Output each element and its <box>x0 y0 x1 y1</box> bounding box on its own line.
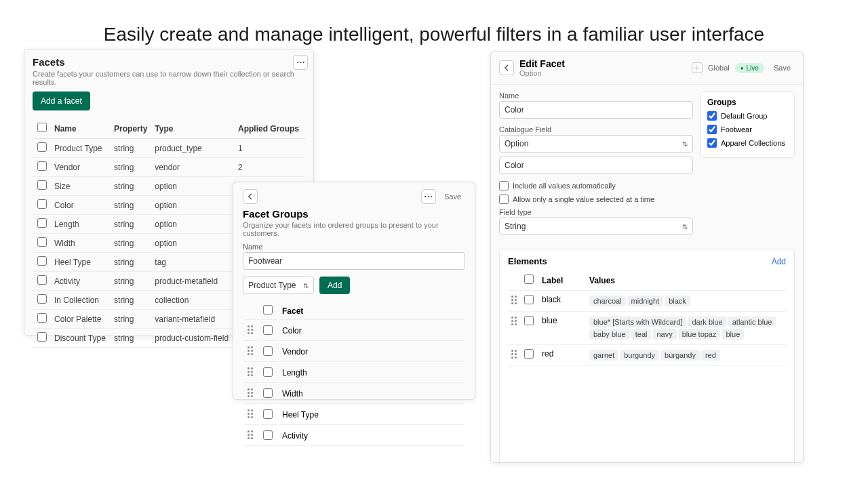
value-tag: burgundy <box>620 350 659 361</box>
back-button[interactable] <box>243 189 258 204</box>
more-button[interactable]: ⋯ <box>421 189 436 204</box>
drag-handle-icon[interactable] <box>511 316 519 326</box>
list-item[interactable]: Activity <box>244 426 464 446</box>
row-checkbox[interactable] <box>524 349 534 359</box>
select-all-checkbox[interactable] <box>263 305 273 314</box>
facet-name-input[interactable] <box>499 101 693 119</box>
name-label: Name <box>243 243 465 251</box>
groups-title: Facet Groups <box>243 208 465 220</box>
list-item[interactable]: Length <box>244 363 464 383</box>
row-checkbox[interactable] <box>37 180 47 190</box>
row-checkbox[interactable] <box>37 275 47 285</box>
row-checkbox[interactable] <box>263 346 273 356</box>
cell-groups: 1 <box>235 139 305 158</box>
groups-subtitle: Organize your facets into ordered groups… <box>243 221 465 237</box>
group-check-item[interactable]: Footwear <box>707 125 787 134</box>
cell-facet: Heel Type <box>279 405 464 425</box>
row-checkbox[interactable] <box>263 409 273 419</box>
row-checkbox[interactable] <box>263 325 273 335</box>
list-item[interactable]: Color <box>244 321 464 341</box>
save-button[interactable]: Save <box>440 190 465 203</box>
element-row[interactable]: blue blue* [Starts with Wildcard]dark bl… <box>508 312 786 345</box>
cell-groups: 2 <box>235 158 305 177</box>
add-facet-select[interactable]: Product Type <box>243 277 314 294</box>
group-checkbox[interactable] <box>707 111 717 121</box>
facets-subtitle: Create facets your customers can use to … <box>33 70 305 86</box>
catalogue-field-select[interactable]: Option <box>499 135 693 152</box>
drag-handle-icon[interactable] <box>247 430 255 440</box>
back-button[interactable] <box>499 60 514 75</box>
element-row[interactable]: red garnetburgundyburgandyred <box>508 345 786 366</box>
col-name: Name <box>52 119 111 139</box>
value-tag: navy <box>652 329 676 340</box>
list-item[interactable]: Vendor <box>244 342 464 362</box>
drag-handle-icon[interactable] <box>511 349 519 359</box>
drag-handle-icon[interactable] <box>247 325 255 335</box>
select-all-checkbox[interactable] <box>524 274 534 284</box>
group-check-item[interactable]: Default Group <box>707 111 787 121</box>
group-label: Apparel Collections <box>721 139 785 147</box>
layout-icon[interactable] <box>692 62 703 73</box>
cell-property: string <box>111 196 152 215</box>
arrow-left-icon <box>502 64 511 72</box>
value-tag: charcoal <box>589 296 626 306</box>
select-all-checkbox[interactable] <box>37 123 47 132</box>
more-button[interactable]: ⋯ <box>293 55 308 70</box>
add-element-button[interactable]: Add <box>772 257 786 266</box>
row-checkbox[interactable] <box>524 295 534 304</box>
value-tag: blue <box>722 329 744 340</box>
fieldtype-select[interactable]: String <box>499 218 693 235</box>
row-checkbox[interactable] <box>37 237 47 247</box>
cell-name: Discount Type <box>52 329 111 348</box>
cell-facet: Width <box>279 384 464 404</box>
include-all-checkbox[interactable] <box>499 181 509 190</box>
cell-name: Color <box>52 196 111 215</box>
cell-facet: Color <box>279 321 464 341</box>
row-checkbox[interactable] <box>37 294 47 304</box>
table-row[interactable]: Product Type string product_type 1 <box>33 139 305 158</box>
edit-subtitle: Option <box>519 69 686 77</box>
cell-values: charcoalmidnightblack <box>587 291 786 312</box>
row-checkbox[interactable] <box>37 313 47 323</box>
list-item[interactable]: Heel Type <box>244 405 464 425</box>
catalogue-sub-input[interactable] <box>499 157 693 174</box>
drag-handle-icon[interactable] <box>247 388 255 398</box>
row-checkbox[interactable] <box>524 316 534 325</box>
add-facet-button[interactable]: Add a facet <box>33 92 90 110</box>
group-name-input[interactable] <box>243 252 465 270</box>
single-value-checkbox[interactable] <box>499 195 509 204</box>
cell-type: variant-metafield <box>152 310 235 329</box>
table-row[interactable]: Vendor string vendor 2 <box>33 158 305 177</box>
drag-handle-icon[interactable] <box>247 409 255 419</box>
list-item[interactable]: Width <box>244 384 464 404</box>
group-checkbox[interactable] <box>707 138 717 148</box>
drag-handle-icon[interactable] <box>511 295 519 305</box>
cell-facet: Activity <box>279 426 464 446</box>
row-checkbox[interactable] <box>37 161 47 171</box>
group-checkbox[interactable] <box>707 125 717 134</box>
row-checkbox[interactable] <box>37 256 47 266</box>
row-checkbox[interactable] <box>263 388 273 398</box>
cell-property: string <box>111 139 152 158</box>
row-checkbox[interactable] <box>37 332 47 342</box>
arrow-left-icon <box>246 192 254 201</box>
catalogue-label: Catalogue Field <box>499 125 693 134</box>
value-tag: teal <box>631 329 652 340</box>
cell-type: product_type <box>152 139 235 158</box>
group-label: Footwear <box>721 125 752 134</box>
save-button[interactable]: Save <box>770 61 795 75</box>
cell-type: collection <box>152 291 235 310</box>
add-button[interactable]: Add <box>319 277 350 294</box>
row-checkbox[interactable] <box>37 142 47 152</box>
row-checkbox[interactable] <box>37 199 47 209</box>
drag-handle-icon[interactable] <box>247 346 255 356</box>
element-row[interactable]: black charcoalmidnightblack <box>508 291 786 312</box>
drag-handle-icon[interactable] <box>247 367 255 377</box>
col-groups: Applied Groups <box>235 119 305 139</box>
group-check-item[interactable]: Apparel Collections <box>707 138 787 148</box>
row-checkbox[interactable] <box>37 218 47 228</box>
row-checkbox[interactable] <box>263 367 273 377</box>
value-tag: blue topaz <box>678 329 721 340</box>
cell-type: option <box>152 177 235 196</box>
row-checkbox[interactable] <box>263 430 273 440</box>
